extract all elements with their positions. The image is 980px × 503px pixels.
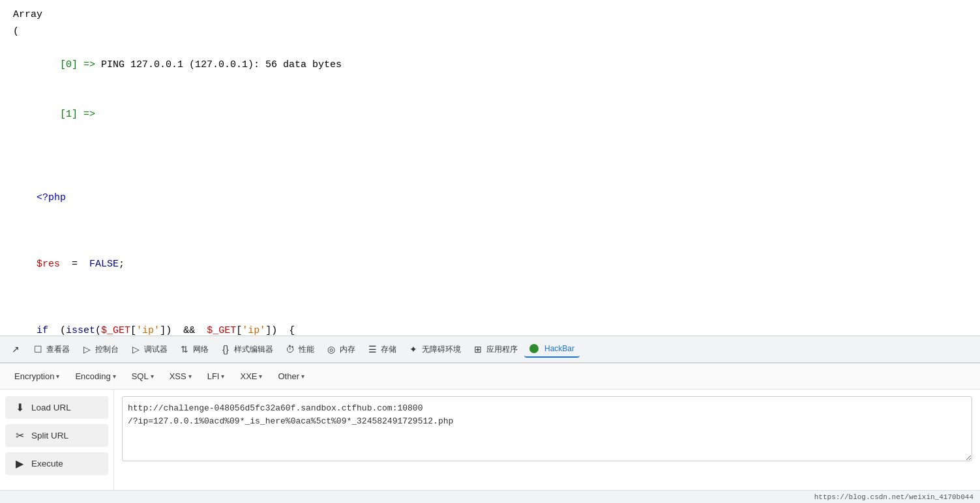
code-line: [1] => bbox=[13, 90, 967, 140]
hackbar-menu: Encryption ▾ Encoding ▾ SQL ▾ XSS ▾ LFI … bbox=[0, 364, 980, 390]
hackbar-sql-label: SQL bbox=[132, 371, 149, 381]
devtools-tab-label: 控制台 bbox=[95, 344, 119, 355]
code-line bbox=[13, 139, 967, 156]
devtools-tab-label: 查看器 bbox=[46, 344, 70, 355]
devtools-toolbar: ↗ ☐ 查看器 ▷ 控制台 ▷ 调试器 ⇅ 网络 {} 样式编辑器 ⏱ 性能 ◎… bbox=[0, 336, 980, 363]
status-bar: https://blog.csdn.net/weixin_4170b044 bbox=[0, 490, 980, 503]
hackbar-lfi-menu[interactable]: LFI ▾ bbox=[201, 369, 231, 384]
hackbar-encryption-menu[interactable]: Encryption ▾ bbox=[8, 369, 66, 384]
hackbar-xxe-menu[interactable]: XXE ▾ bbox=[233, 369, 269, 384]
sql-chevron-icon: ▾ bbox=[151, 373, 154, 380]
url-input[interactable]: http://challenge-048056d5fc32a60f.sandbo… bbox=[122, 396, 972, 461]
performance-tab-icon: ⏱ bbox=[285, 344, 295, 354]
encoding-chevron-icon: ▾ bbox=[113, 373, 116, 380]
devtools-tab-accessibility[interactable]: ✦ 无障碍环境 bbox=[403, 341, 466, 358]
hackbar-other-label: Other bbox=[278, 371, 299, 381]
load-url-button[interactable]: ⬇ Load URL bbox=[5, 396, 108, 419]
devtools-tab-console[interactable]: ▷ 控制台 bbox=[76, 341, 124, 358]
application-tab-icon: ⊞ bbox=[473, 344, 483, 354]
devtools-tab-label: 样式编辑器 bbox=[234, 344, 273, 355]
devtools-tab-performance[interactable]: ⏱ 性能 bbox=[280, 341, 319, 358]
code-line: if (isset($_GET['ip']) && $_GET['ip']) { bbox=[13, 306, 967, 336]
hackbar-encoding-menu[interactable]: Encoding ▾ bbox=[68, 369, 122, 384]
lfi-chevron-icon: ▾ bbox=[221, 373, 224, 380]
storage-tab-icon: ☰ bbox=[367, 344, 378, 354]
devtools-tab-label: 应用程序 bbox=[486, 344, 518, 355]
hackbar-content: ⬇ Load URL ✂ Split URL ▶ Execute http://… bbox=[0, 390, 980, 500]
code-line: <?php bbox=[13, 173, 967, 223]
code-line: [0] => PING 127.0.0.1 (127.0.0.1): 56 da… bbox=[13, 40, 967, 90]
execute-icon: ▶ bbox=[13, 457, 26, 470]
code-line: ( bbox=[13, 23, 967, 40]
code-line bbox=[13, 156, 967, 173]
devtools-tab-label: 存储 bbox=[381, 344, 396, 355]
split-url-button[interactable]: ✂ Split URL bbox=[5, 424, 108, 447]
hackbar-sql-menu[interactable]: SQL ▾ bbox=[125, 369, 160, 384]
code-line bbox=[13, 289, 967, 306]
devtools-tab-label: 内存 bbox=[340, 344, 355, 355]
devtools-tab-application[interactable]: ⊞ 应用程序 bbox=[468, 341, 523, 358]
devtools-tab-style-editor[interactable]: {} 样式编辑器 bbox=[215, 341, 278, 358]
other-chevron-icon: ▾ bbox=[301, 373, 304, 380]
hackbar-encryption-label: Encryption bbox=[14, 371, 54, 381]
hackbar-xxe-label: XXE bbox=[240, 371, 257, 381]
debugger-tab-icon: ▷ bbox=[130, 344, 141, 354]
devtools-tab-label: 网络 bbox=[193, 344, 209, 355]
network-tab-icon: ⇅ bbox=[179, 344, 190, 354]
code-line: Array bbox=[13, 7, 967, 23]
inspector-tab-icon: ☐ bbox=[33, 344, 43, 354]
hackbar-other-menu[interactable]: Other ▾ bbox=[271, 369, 311, 384]
execute-label: Execute bbox=[31, 459, 63, 468]
hackbar-xss-label: XSS bbox=[170, 371, 186, 381]
devtools-tab-memory[interactable]: ◎ 内存 bbox=[321, 341, 361, 358]
accessibility-tab-icon: ✦ bbox=[408, 344, 419, 354]
xss-chevron-icon: ▾ bbox=[188, 373, 192, 380]
devtools-tab-inspector[interactable]: ☐ 查看器 bbox=[27, 341, 75, 358]
memory-tab-icon: ◎ bbox=[326, 344, 336, 354]
code-display: Array ( [0] => PING 127.0.0.1 (127.0.0.1… bbox=[0, 0, 980, 336]
inspector-icon: ↗ bbox=[10, 344, 21, 354]
devtools-tab-label: 无障碍环境 bbox=[422, 344, 461, 355]
xxe-chevron-icon: ▾ bbox=[259, 373, 262, 380]
hackbar-panel: Encryption ▾ Encoding ▾ SQL ▾ XSS ▾ LFI … bbox=[0, 363, 980, 503]
split-url-label: Split URL bbox=[31, 431, 68, 440]
hackbar-lfi-label: LFI bbox=[207, 371, 220, 381]
hackbar-main: http://challenge-048056d5fc32a60f.sandbo… bbox=[114, 390, 980, 500]
code-line bbox=[13, 223, 967, 240]
execute-button[interactable]: ▶ Execute bbox=[5, 452, 108, 475]
devtools-tab-storage[interactable]: ☰ 存储 bbox=[362, 341, 402, 358]
hackbar-xss-menu[interactable]: XSS ▾ bbox=[163, 369, 198, 384]
style-editor-tab-icon: {} bbox=[220, 344, 231, 354]
hackbar-encoding-label: Encoding bbox=[75, 371, 110, 381]
load-url-label: Load URL bbox=[31, 403, 71, 412]
hackbar-sidebar: ⬇ Load URL ✂ Split URL ▶ Execute bbox=[0, 390, 114, 500]
devtools-tab-hackbar[interactable]: HackBar bbox=[524, 341, 580, 358]
devtools-tab-label: 调试器 bbox=[144, 344, 168, 355]
hackbar-indicator-icon bbox=[529, 344, 539, 353]
devtools-inspector-btn[interactable]: ↗ bbox=[5, 341, 26, 358]
devtools-tab-debugger[interactable]: ▷ 调试器 bbox=[125, 341, 173, 358]
code-line: $res = FALSE; bbox=[13, 239, 967, 289]
devtools-tab-label: 性能 bbox=[299, 344, 314, 355]
encryption-chevron-icon: ▾ bbox=[56, 373, 59, 380]
status-link[interactable]: https://blog.csdn.net/weixin_4170b044 bbox=[814, 493, 973, 501]
split-url-icon: ✂ bbox=[13, 429, 26, 442]
devtools-tab-network[interactable]: ⇅ 网络 bbox=[174, 341, 214, 358]
console-tab-icon: ▷ bbox=[82, 344, 92, 354]
load-url-icon: ⬇ bbox=[13, 401, 26, 414]
devtools-tab-label: HackBar bbox=[544, 344, 574, 353]
